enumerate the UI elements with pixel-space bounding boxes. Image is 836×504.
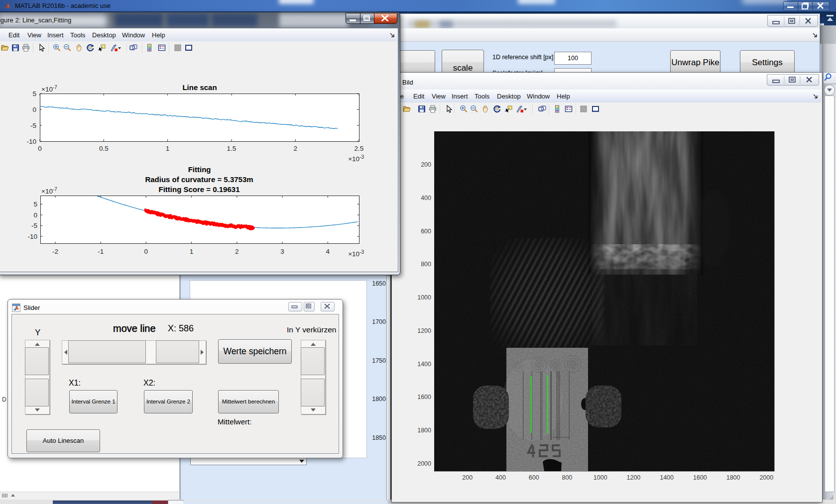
svg-text:0: 0	[33, 211, 37, 219]
svg-text:1600: 1600	[693, 474, 707, 481]
svg-text:2000: 2000	[417, 460, 431, 467]
svg-text:800: 800	[421, 261, 431, 268]
svg-text:Fitting: Fitting	[188, 165, 211, 174]
svg-text:2.5: 2.5	[355, 145, 364, 152]
svg-text:200: 200	[421, 161, 431, 168]
svg-text:5: 5	[32, 90, 36, 98]
svg-text:-1: -1	[98, 248, 104, 255]
svg-text:2: 2	[235, 248, 239, 255]
svg-text:1200: 1200	[417, 327, 431, 334]
svg-text:1800: 1800	[417, 427, 431, 434]
svg-text:1400: 1400	[660, 474, 674, 481]
svg-text:3: 3	[280, 248, 284, 255]
svg-text:0: 0	[32, 106, 36, 113]
svg-text:-10: -10	[26, 138, 36, 145]
svg-text:1000: 1000	[417, 294, 431, 301]
svg-text:-2: -2	[52, 248, 58, 255]
svg-text:800: 800	[562, 474, 572, 481]
svg-text:0: 0	[38, 145, 42, 152]
svg-text:1: 1	[166, 145, 170, 152]
svg-text:Fitting Score = 0.19631: Fitting Score = 0.19631	[159, 185, 240, 194]
svg-text:1: 1	[190, 248, 194, 255]
svg-text:-10: -10	[27, 233, 37, 240]
svg-text:400: 400	[495, 474, 506, 481]
svg-text:5: 5	[33, 201, 37, 208]
svg-text:1000: 1000	[594, 474, 607, 481]
svg-text:600: 600	[529, 474, 539, 481]
svg-text:2: 2	[294, 145, 298, 152]
svg-text:0: 0	[144, 248, 148, 255]
svg-text:2000: 2000	[759, 474, 773, 481]
svg-text:Radius of curvature = 5.3753m: Radius of curvature = 5.3753m	[145, 175, 253, 184]
svg-text:1.5: 1.5	[227, 145, 237, 152]
svg-text:-5: -5	[30, 122, 36, 129]
svg-text:-5: -5	[31, 222, 37, 229]
svg-text:4: 4	[326, 248, 330, 255]
svg-text:1200: 1200	[626, 474, 640, 481]
svg-text:1800: 1800	[726, 474, 740, 481]
svg-text:Line scan: Line scan	[182, 83, 217, 92]
svg-text:200: 200	[462, 474, 473, 481]
svg-text:1600: 1600	[417, 394, 431, 401]
svg-text:400: 400	[421, 195, 431, 202]
svg-text:600: 600	[421, 228, 431, 235]
svg-text:0.5: 0.5	[99, 145, 109, 152]
svg-text:1400: 1400	[417, 361, 431, 368]
